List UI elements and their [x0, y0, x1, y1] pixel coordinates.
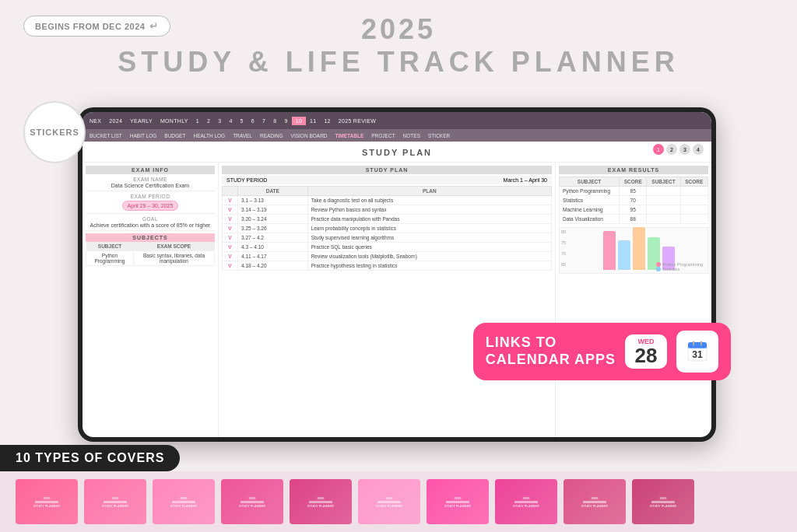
nav-9[interactable]: 9: [280, 118, 291, 124]
nav-timetable[interactable]: TIMETABLE: [332, 133, 368, 138]
svg-rect-6: [700, 341, 702, 346]
study-plan-table: DATE PLAN V 3.1 – 3.13 Take a diagnostic…: [222, 186, 552, 271]
result-subject: Machine Learning: [560, 205, 620, 215]
study-plan-title: STUDY PLAN: [362, 148, 432, 157]
check-mark: V: [223, 215, 238, 224]
cover-thumbnail[interactable]: 2025STUDY PLANNER: [427, 479, 489, 524]
nav-3[interactable]: 3: [214, 118, 225, 124]
nav-11[interactable]: 11: [306, 118, 320, 124]
nav-budget[interactable]: BUDGET: [160, 133, 189, 138]
nav-reading[interactable]: READING: [256, 133, 287, 138]
nav-7[interactable]: 7: [258, 118, 269, 124]
cover-thumbnail[interactable]: 2025STUDY PLANNER: [495, 479, 557, 524]
result-subject2: [647, 187, 680, 196]
page-num-1[interactable]: 1: [653, 144, 664, 155]
result-subject: Statistics: [560, 196, 620, 205]
nav-nex[interactable]: NEX: [86, 118, 105, 124]
nav-4[interactable]: 4: [225, 118, 236, 124]
subjects-col2: EXAM SCOPE: [133, 242, 214, 251]
svg-text:31: 31: [692, 349, 703, 360]
nav-sub-bar[interactable]: BUCKET LIST HABIT LOG BUDGET HEALTH LOG …: [83, 129, 711, 142]
nav-travel[interactable]: TRAVEL: [229, 133, 256, 138]
calendar-day-number: 28: [631, 345, 661, 366]
cover-thumbnail[interactable]: 2025STUDY PLANNER: [290, 479, 352, 524]
cover-thumbnail[interactable]: 2025STUDY PLANNER: [153, 479, 215, 524]
check-mark: V: [223, 196, 238, 205]
calendar-text-line2: CALENDAR APPS: [486, 352, 616, 369]
results-col-score1: SCORE: [620, 177, 647, 187]
covers-strip: 2025STUDY PLANNER2025STUDY PLANNER2025ST…: [0, 471, 797, 532]
page-header: BEGINS FROM DEC 2024 2025 STUDY & LIFE T…: [0, 0, 797, 86]
stickers-circle[interactable]: STICKERS: [23, 101, 86, 163]
table-row: Data Visualization 88: [560, 215, 708, 224]
results-title: EXAM RESULTS: [559, 166, 708, 174]
nav-sticker[interactable]: STICKER: [424, 133, 454, 138]
plan-date: 3.20 – 3.24: [238, 215, 308, 224]
table-row: V 4.11 – 4.17 Review visualization tools…: [223, 252, 552, 261]
page-num-4[interactable]: 4: [693, 144, 704, 155]
plan-description: Study supervised learning algorithms: [307, 233, 551, 243]
page-num-2[interactable]: 2: [666, 144, 677, 155]
calendar-apps-overlay[interactable]: LINKS TO CALENDAR APPS WED 28 31: [473, 323, 731, 380]
nav-monthly[interactable]: MONTHLY: [156, 118, 192, 124]
table-row: V 4.3 – 4.10 Practice SQL basic queries: [223, 243, 552, 252]
nav-notes[interactable]: NOTES: [399, 133, 424, 138]
nav-vision-board[interactable]: VISION BOARD: [287, 133, 332, 138]
plan-date: 4.18 – 4.20: [238, 261, 308, 271]
nav-2024[interactable]: 2024: [105, 118, 126, 124]
result-subject2: [647, 215, 680, 224]
calendar-widget-plain[interactable]: WED 28: [625, 334, 667, 369]
check-mark: V: [223, 233, 238, 243]
plan-description: Learn probability concepts in statistics: [307, 224, 551, 233]
nav-6[interactable]: 6: [248, 118, 258, 124]
exam-info-panel: EXAM INFO EXAM NAME Data Science Certifi…: [83, 163, 219, 437]
date-col-header: [223, 187, 238, 196]
nav-12[interactable]: 12: [320, 118, 334, 124]
begins-label: BEGINS FROM DEC 2024: [35, 22, 145, 31]
calendar-text-line1: LINKS TO: [486, 334, 616, 352]
cover-thumbnail[interactable]: 2025STUDY PLANNER: [358, 479, 420, 524]
plan-col: PLAN: [307, 187, 551, 196]
page-num-3[interactable]: 3: [679, 144, 690, 155]
study-period-row: STUDY PERIOD March 1 – April 30: [222, 176, 552, 184]
nav-project[interactable]: PROJECT: [367, 133, 398, 138]
table-row: Python Programming 85: [560, 187, 708, 196]
nav-2025-review[interactable]: 2025 REVIEW: [335, 118, 380, 124]
nav-health-log[interactable]: HEALTH LOG: [189, 133, 229, 138]
nav-2[interactable]: 2: [203, 118, 214, 124]
cover-thumbnail[interactable]: 2025STUDY PLANNER: [16, 479, 78, 524]
nav-yearly[interactable]: YEARLY: [126, 118, 156, 124]
table-row: Python Programming Basic syntax, librari…: [86, 251, 215, 266]
result-score2: [680, 187, 707, 196]
table-row: V 3.25 – 3.26 Learn probability concepts…: [223, 224, 552, 233]
begins-badge: BEGINS FROM DEC 2024: [23, 16, 170, 37]
nav-bar[interactable]: NEX 2024 YEARLY MONTHLY 1 2 3 4 5 6 7 8 …: [83, 112, 711, 129]
nav-habit-log[interactable]: HABIT LOG: [126, 133, 161, 138]
plan-date: 3.1 – 3.13: [238, 196, 308, 205]
date-col: DATE: [238, 187, 308, 196]
cover-thumbnail[interactable]: 2025STUDY PLANNER: [632, 479, 694, 524]
plan-description: Review Python basics and syntax: [307, 205, 551, 215]
chart-bar: [603, 231, 616, 270]
exam-period-label: EXAM PERIOD: [86, 194, 215, 199]
nav-bucket-list[interactable]: BUCKET LIST: [86, 133, 126, 138]
cover-thumbnail[interactable]: 2025STUDY PLANNER: [221, 479, 283, 524]
bottom-section: 10 TYPES OF COVERS 2025STUDY PLANNER2025…: [0, 431, 797, 532]
nav-1[interactable]: 1: [192, 118, 203, 124]
check-mark: V: [223, 224, 238, 233]
nav-8[interactable]: 8: [269, 118, 280, 124]
exam-name-value: Data Science Certification Exam: [86, 183, 215, 188]
subjects-col1: SUBJECT: [86, 242, 134, 251]
google-calendar-icon[interactable]: 31: [676, 331, 718, 373]
cover-thumbnail[interactable]: 2025STUDY PLANNER: [84, 479, 146, 524]
main-title: STUDY & LIFE TRACK PLANNER: [0, 45, 797, 79]
plan-description: Practice data manipulation with Pandas: [307, 215, 551, 224]
cover-thumbnail[interactable]: 2025STUDY PLANNER: [564, 479, 626, 524]
plan-description: Practice hypothesis testing in statistic…: [307, 261, 551, 271]
plan-description: Take a diagnostic test on all subjects: [307, 196, 551, 205]
goal-label: GOAL: [86, 216, 215, 222]
nav-5[interactable]: 5: [237, 118, 248, 124]
nav-10[interactable]: 10: [292, 117, 306, 125]
table-row: Statistics 70: [560, 196, 708, 205]
chart-bar: [633, 227, 645, 270]
